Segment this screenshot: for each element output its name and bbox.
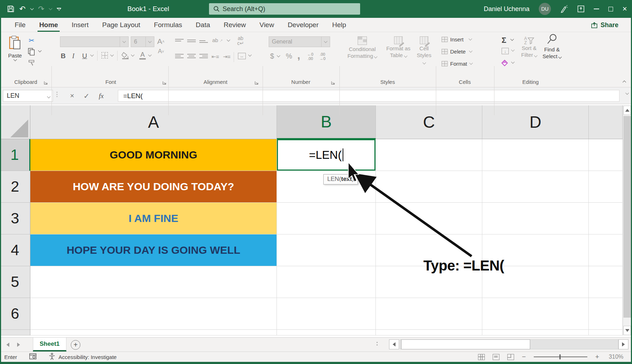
decrease-decimal-icon[interactable]: .00→0 [319, 52, 325, 61]
column-header-partial[interactable] [589, 105, 623, 139]
accounting-dropdown-icon[interactable] [277, 54, 280, 57]
sparkle-pen-icon[interactable] [560, 5, 568, 13]
tab-data[interactable]: Data [189, 18, 217, 32]
zoom-in-icon[interactable]: + [595, 353, 599, 361]
enter-check-icon[interactable]: ✓ [84, 92, 90, 100]
italic-button[interactable]: I [72, 52, 74, 60]
fill-color-dropdown-icon[interactable] [131, 53, 135, 57]
wrap-text-icon[interactable]: abc↵ [237, 36, 244, 46]
borders-icon[interactable] [101, 52, 108, 59]
cancel-icon[interactable]: × [70, 92, 74, 100]
row-header-2[interactable]: 2 [0, 171, 30, 203]
font-name-select[interactable] [60, 36, 129, 47]
cell[interactable] [376, 298, 482, 330]
column-header-B[interactable]: B [277, 105, 376, 139]
row-header-partial[interactable] [0, 330, 30, 335]
minimize-button[interactable] [594, 9, 599, 9]
bold-button[interactable]: B [61, 52, 66, 60]
name-box[interactable]: LEN [3, 90, 53, 102]
cell[interactable] [589, 330, 623, 335]
comma-style-icon[interactable]: , [297, 49, 300, 61]
cell[interactable] [589, 266, 623, 298]
tab-insert[interactable]: Insert [65, 18, 95, 32]
row-header-3[interactable]: 3 [0, 203, 30, 234]
cell[interactable] [376, 171, 482, 203]
underline-button[interactable]: U [82, 52, 87, 60]
share-button[interactable]: Share [591, 18, 618, 32]
number-format-select[interactable]: General [269, 36, 330, 47]
row-header-5[interactable]: 5 [0, 266, 30, 298]
zoom-slider[interactable] [534, 357, 587, 357]
fill-dropdown-icon[interactable] [511, 48, 515, 52]
column-header-D[interactable]: D [482, 105, 589, 139]
increase-decimal-icon[interactable]: ←0.00 [307, 52, 313, 61]
font-size-select[interactable]: 6 [131, 36, 154, 47]
autosum-dropdown-icon[interactable] [511, 37, 514, 41]
borders-dropdown-icon[interactable] [110, 53, 114, 57]
undo-icon[interactable]: ↶ [19, 5, 26, 13]
user-name[interactable]: Daniel Uchenna [484, 5, 529, 13]
accounting-format-icon[interactable]: $ [270, 52, 274, 60]
accessibility-status[interactable]: Accessibility: Investigate [49, 353, 117, 361]
fill-color-icon[interactable] [121, 51, 129, 59]
cell-A4[interactable]: HOPE YOUR DAY IS GOING WELL [30, 234, 277, 266]
cell[interactable] [376, 330, 482, 335]
copy-dropdown-icon[interactable] [38, 49, 42, 52]
cell-A3[interactable]: I AM FINE [30, 203, 277, 234]
cell[interactable] [589, 298, 623, 330]
tab-help[interactable]: Help [325, 18, 353, 32]
zoom-slider-thumb[interactable] [559, 354, 561, 359]
align-center-icon[interactable] [187, 53, 196, 59]
cell[interactable] [30, 298, 277, 330]
expand-formula-bar-icon[interactable] [626, 91, 629, 95]
fill-down-icon[interactable]: ↓ [502, 48, 509, 54]
column-header-A[interactable]: A [30, 105, 277, 139]
cut-icon[interactable]: ✂ [29, 36, 34, 45]
paste-button[interactable]: Paste [5, 36, 25, 61]
row-header-1[interactable]: 1 [0, 139, 30, 171]
insert-cells-button[interactable]: Insert [442, 36, 472, 42]
conditional-formatting-button[interactable]: Conditional Formatting [344, 36, 381, 60]
close-button[interactable]: × [622, 5, 627, 13]
clear-dropdown-icon[interactable] [511, 60, 515, 64]
select-all-corner[interactable] [0, 105, 30, 139]
maximize-button[interactable] [608, 7, 613, 11]
avatar[interactable]: DU [539, 3, 551, 15]
cell[interactable] [589, 234, 623, 266]
collapse-ribbon-icon[interactable] [623, 81, 626, 84]
shrink-font-button[interactable]: A˅ [158, 48, 164, 55]
sheet-tab-sheet1[interactable]: Sheet1 [33, 338, 66, 352]
grow-font-button[interactable]: A˄ [157, 37, 164, 46]
align-left-icon[interactable] [175, 53, 184, 59]
format-cells-button[interactable]: Format [442, 61, 472, 67]
ribbon-display-options-icon[interactable] [577, 5, 584, 12]
scroll-down-icon[interactable] [623, 326, 631, 335]
bottom-align-icon[interactable] [199, 39, 208, 44]
cell-styles-button[interactable]: Cell Styles [415, 36, 433, 65]
column-header-C[interactable]: C [376, 105, 482, 139]
cell-B1-active[interactable]: =LEN( [277, 139, 376, 171]
cell[interactable] [376, 203, 482, 234]
horizontal-scroll-thumb[interactable] [401, 339, 530, 349]
format-as-table-button[interactable]: Format as Table [383, 36, 414, 59]
cell[interactable] [589, 203, 623, 234]
sheet-nav-left-icon[interactable] [6, 343, 9, 347]
clipboard-dialog-launcher-icon[interactable] [44, 80, 48, 84]
clear-eraser-icon[interactable] [501, 60, 508, 66]
undo-dropdown-icon[interactable] [30, 6, 34, 10]
cell[interactable] [482, 203, 589, 234]
scroll-up-icon[interactable] [623, 106, 631, 115]
search-input[interactable]: Search (Alt+Q) [209, 3, 360, 15]
page-break-preview-icon[interactable] [507, 354, 514, 360]
increase-indent-icon[interactable]: ⇥≡ [223, 54, 230, 60]
row-header-6[interactable]: 6 [0, 298, 30, 330]
percent-style-icon[interactable]: % [286, 52, 292, 60]
delete-cells-button[interactable]: Delete [442, 49, 472, 55]
merge-dropdown-icon[interactable] [248, 53, 252, 57]
alignment-dialog-launcher-icon[interactable] [254, 80, 259, 84]
sort-filter-button[interactable]: AZ Sort & Filter [518, 35, 540, 59]
new-sheet-icon[interactable]: + [71, 340, 80, 350]
cell[interactable] [30, 266, 277, 298]
cell[interactable] [277, 298, 376, 330]
cell[interactable] [277, 203, 376, 234]
